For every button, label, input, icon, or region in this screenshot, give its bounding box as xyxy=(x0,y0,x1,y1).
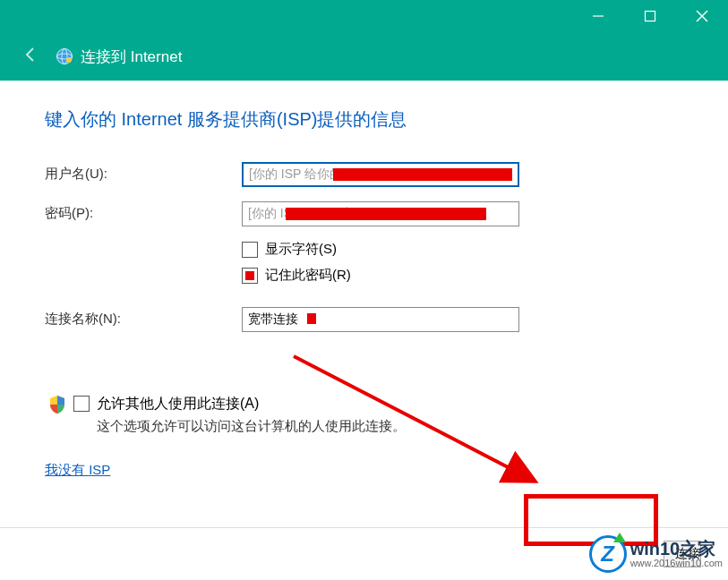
shield-icon xyxy=(48,395,66,414)
no-isp-link[interactable]: 我没有 ISP xyxy=(45,462,110,479)
connection-name-label: 连接名称(N): xyxy=(45,307,242,328)
remember-password-checkbox[interactable] xyxy=(242,268,258,284)
allow-others-checkbox[interactable] xyxy=(73,396,90,412)
password-input[interactable]: [你的 ISP 给你的密码] xyxy=(242,201,519,226)
connection-name-input[interactable]: 宽带连接 xyxy=(242,307,519,332)
back-button[interactable] xyxy=(18,42,43,72)
minimize-button[interactable] xyxy=(572,0,624,32)
redaction-bar xyxy=(333,168,512,181)
globe-icon xyxy=(56,47,73,65)
redaction-bar xyxy=(307,313,316,324)
close-button[interactable] xyxy=(676,0,728,32)
username-label: 用户名(U): xyxy=(45,162,242,183)
svg-rect-1 xyxy=(646,12,655,21)
username-input[interactable]: [你的 ISP 给你的名称] xyxy=(242,162,519,187)
window-titlebar xyxy=(0,0,728,32)
wizard-footer: 连接 xyxy=(0,527,728,567)
content-area: 键入你的 Internet 服务提供商(ISP)提供的信息 用户名(U): [你… xyxy=(0,81,728,479)
connect-button[interactable]: 连接 xyxy=(664,541,701,567)
allow-others-label: 允许其他人使用此连接(A) xyxy=(97,395,259,414)
redaction-bar xyxy=(286,208,486,220)
wizard-header: 连接到 Internet xyxy=(0,32,728,81)
page-heading: 键入你的 Internet 服务提供商(ISP)提供的信息 xyxy=(45,107,683,132)
show-characters-label: 显示字符(S) xyxy=(265,241,337,258)
remember-password-label: 记住此密码(R) xyxy=(265,267,351,284)
wizard-title: 连接到 Internet xyxy=(81,47,182,67)
allow-others-description: 这个选项允许可以访问这台计算机的人使用此连接。 xyxy=(97,418,683,435)
maximize-button[interactable] xyxy=(624,0,676,32)
password-label: 密码(P): xyxy=(45,201,242,222)
svg-point-7 xyxy=(66,57,72,63)
show-characters-checkbox[interactable] xyxy=(242,242,258,258)
